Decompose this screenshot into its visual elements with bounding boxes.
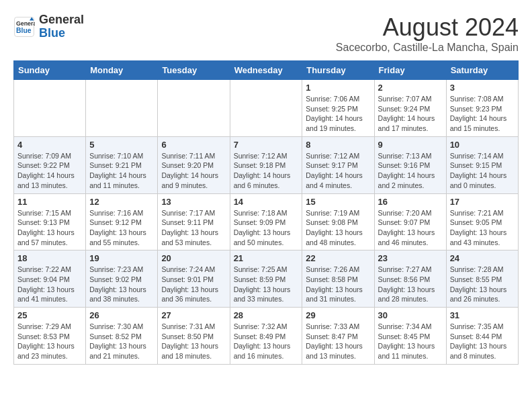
day-number: 4	[17, 140, 82, 150]
day-number: 24	[450, 253, 515, 263]
calendar-cell: 28Sunrise: 7:32 AM Sunset: 8:49 PM Dayli…	[230, 308, 302, 365]
day-number: 13	[161, 197, 226, 207]
day-number: 30	[378, 310, 443, 320]
weekday-header-monday: Monday	[86, 61, 158, 80]
day-info: Sunrise: 7:24 AM Sunset: 9:01 PM Dayligh…	[161, 265, 226, 304]
weekday-header-row: SundayMondayTuesdayWednesdayThursdayFrid…	[14, 61, 519, 80]
calendar-cell: 29Sunrise: 7:33 AM Sunset: 8:47 PM Dayli…	[302, 308, 374, 365]
day-info: Sunrise: 7:21 AM Sunset: 9:05 PM Dayligh…	[450, 208, 515, 248]
weekday-header-thursday: Thursday	[302, 61, 374, 80]
calendar-cell: 23Sunrise: 7:27 AM Sunset: 8:56 PM Dayli…	[374, 250, 446, 308]
month-title: August 2024	[336, 13, 519, 42]
day-number: 23	[378, 253, 443, 263]
calendar-cell: 14Sunrise: 7:18 AM Sunset: 9:09 PM Dayli…	[230, 193, 302, 250]
day-number: 3	[450, 83, 515, 93]
day-info: Sunrise: 7:10 AM Sunset: 9:21 PM Dayligh…	[89, 151, 154, 191]
calendar-cell: 21Sunrise: 7:25 AM Sunset: 8:59 PM Dayli…	[230, 250, 302, 308]
day-number: 6	[161, 140, 226, 150]
calendar-cell: 7Sunrise: 7:12 AM Sunset: 9:18 PM Daylig…	[230, 136, 302, 193]
day-info: Sunrise: 7:26 AM Sunset: 8:58 PM Dayligh…	[306, 265, 370, 304]
day-info: Sunrise: 7:06 AM Sunset: 9:25 PM Dayligh…	[306, 94, 370, 134]
day-number: 28	[234, 310, 299, 320]
day-info: Sunrise: 7:17 AM Sunset: 9:11 PM Dayligh…	[161, 208, 226, 248]
calendar-week-row: 25Sunrise: 7:29 AM Sunset: 8:53 PM Dayli…	[14, 308, 519, 365]
calendar-cell: 24Sunrise: 7:28 AM Sunset: 8:55 PM Dayli…	[446, 250, 518, 308]
calendar-cell: 15Sunrise: 7:19 AM Sunset: 9:08 PM Dayli…	[302, 193, 374, 250]
day-number: 2	[378, 83, 443, 93]
calendar-cell: 4Sunrise: 7:09 AM Sunset: 9:22 PM Daylig…	[14, 136, 86, 193]
day-number: 5	[89, 140, 154, 150]
calendar-cell: 17Sunrise: 7:21 AM Sunset: 9:05 PM Dayli…	[446, 193, 518, 250]
calendar-cell: 9Sunrise: 7:13 AM Sunset: 9:16 PM Daylig…	[374, 136, 446, 193]
day-info: Sunrise: 7:09 AM Sunset: 9:22 PM Dayligh…	[17, 151, 82, 191]
logo: General Blue General Blue	[13, 13, 84, 40]
calendar-table: SundayMondayTuesdayWednesdayThursdayFrid…	[13, 60, 519, 365]
calendar-cell: 25Sunrise: 7:29 AM Sunset: 8:53 PM Dayli…	[14, 308, 86, 365]
logo-line2: Blue	[39, 27, 84, 40]
calendar-cell: 20Sunrise: 7:24 AM Sunset: 9:01 PM Dayli…	[158, 250, 230, 308]
header: General Blue General Blue August 2024 Sa…	[13, 13, 519, 54]
weekday-header-tuesday: Tuesday	[158, 61, 230, 80]
calendar-cell: 6Sunrise: 7:11 AM Sunset: 9:20 PM Daylig…	[158, 136, 230, 193]
day-info: Sunrise: 7:13 AM Sunset: 9:16 PM Dayligh…	[378, 151, 443, 191]
calendar-cell	[14, 80, 86, 137]
day-number: 14	[234, 197, 299, 207]
calendar-cell: 18Sunrise: 7:22 AM Sunset: 9:04 PM Dayli…	[14, 250, 86, 308]
weekday-header-saturday: Saturday	[446, 61, 518, 80]
calendar-cell	[158, 80, 230, 137]
day-info: Sunrise: 7:08 AM Sunset: 9:23 PM Dayligh…	[450, 94, 515, 134]
day-info: Sunrise: 7:14 AM Sunset: 9:15 PM Dayligh…	[450, 151, 515, 191]
day-info: Sunrise: 7:25 AM Sunset: 8:59 PM Dayligh…	[234, 265, 299, 304]
day-number: 8	[306, 140, 370, 150]
calendar-cell: 3Sunrise: 7:08 AM Sunset: 9:23 PM Daylig…	[446, 80, 518, 137]
day-info: Sunrise: 7:33 AM Sunset: 8:47 PM Dayligh…	[306, 322, 370, 361]
day-info: Sunrise: 7:11 AM Sunset: 9:20 PM Dayligh…	[161, 151, 226, 191]
weekday-header-wednesday: Wednesday	[230, 61, 302, 80]
day-info: Sunrise: 7:16 AM Sunset: 9:12 PM Dayligh…	[89, 208, 154, 248]
location-title: Sacecorbo, Castille-La Mancha, Spain	[336, 42, 519, 54]
calendar-cell: 26Sunrise: 7:30 AM Sunset: 8:52 PM Dayli…	[86, 308, 158, 365]
calendar-week-row: 11Sunrise: 7:15 AM Sunset: 9:13 PM Dayli…	[14, 193, 519, 250]
calendar-cell	[230, 80, 302, 137]
day-info: Sunrise: 7:12 AM Sunset: 9:17 PM Dayligh…	[306, 151, 370, 191]
calendar-cell: 8Sunrise: 7:12 AM Sunset: 9:17 PM Daylig…	[302, 136, 374, 193]
weekday-header-friday: Friday	[374, 61, 446, 80]
day-info: Sunrise: 7:23 AM Sunset: 9:02 PM Dayligh…	[89, 265, 154, 304]
day-number: 12	[89, 197, 154, 207]
calendar-cell: 1Sunrise: 7:06 AM Sunset: 9:25 PM Daylig…	[302, 80, 374, 137]
calendar-cell: 19Sunrise: 7:23 AM Sunset: 9:02 PM Dayli…	[86, 250, 158, 308]
day-info: Sunrise: 7:27 AM Sunset: 8:56 PM Dayligh…	[378, 265, 443, 304]
logo-icon: General Blue	[13, 16, 35, 38]
day-number: 26	[89, 310, 154, 320]
day-info: Sunrise: 7:07 AM Sunset: 9:24 PM Dayligh…	[378, 94, 443, 134]
calendar-cell: 30Sunrise: 7:34 AM Sunset: 8:45 PM Dayli…	[374, 308, 446, 365]
day-info: Sunrise: 7:34 AM Sunset: 8:45 PM Dayligh…	[378, 322, 443, 361]
calendar-cell: 2Sunrise: 7:07 AM Sunset: 9:24 PM Daylig…	[374, 80, 446, 137]
svg-text:Blue: Blue	[16, 27, 32, 34]
calendar-cell: 22Sunrise: 7:26 AM Sunset: 8:58 PM Dayli…	[302, 250, 374, 308]
day-info: Sunrise: 7:12 AM Sunset: 9:18 PM Dayligh…	[234, 151, 299, 191]
day-number: 9	[378, 140, 443, 150]
day-info: Sunrise: 7:28 AM Sunset: 8:55 PM Dayligh…	[450, 265, 515, 304]
day-number: 20	[161, 253, 226, 263]
day-number: 16	[378, 197, 443, 207]
day-number: 1	[306, 83, 370, 93]
calendar-cell: 13Sunrise: 7:17 AM Sunset: 9:11 PM Dayli…	[158, 193, 230, 250]
calendar-cell	[86, 80, 158, 137]
day-number: 27	[161, 310, 226, 320]
calendar-cell: 10Sunrise: 7:14 AM Sunset: 9:15 PM Dayli…	[446, 136, 518, 193]
calendar-week-row: 4Sunrise: 7:09 AM Sunset: 9:22 PM Daylig…	[14, 136, 519, 193]
day-info: Sunrise: 7:22 AM Sunset: 9:04 PM Dayligh…	[17, 265, 82, 304]
day-number: 18	[17, 253, 82, 263]
calendar-cell: 5Sunrise: 7:10 AM Sunset: 9:21 PM Daylig…	[86, 136, 158, 193]
day-number: 29	[306, 310, 370, 320]
day-info: Sunrise: 7:29 AM Sunset: 8:53 PM Dayligh…	[17, 322, 82, 361]
calendar-cell: 11Sunrise: 7:15 AM Sunset: 9:13 PM Dayli…	[14, 193, 86, 250]
day-number: 25	[17, 310, 82, 320]
calendar-week-row: 1Sunrise: 7:06 AM Sunset: 9:25 PM Daylig…	[14, 80, 519, 137]
day-number: 17	[450, 197, 515, 207]
title-block: August 2024 Sacecorbo, Castille-La Manch…	[336, 13, 519, 54]
day-number: 10	[450, 140, 515, 150]
calendar-cell: 31Sunrise: 7:35 AM Sunset: 8:44 PM Dayli…	[446, 308, 518, 365]
logo-text: General Blue	[39, 13, 84, 40]
